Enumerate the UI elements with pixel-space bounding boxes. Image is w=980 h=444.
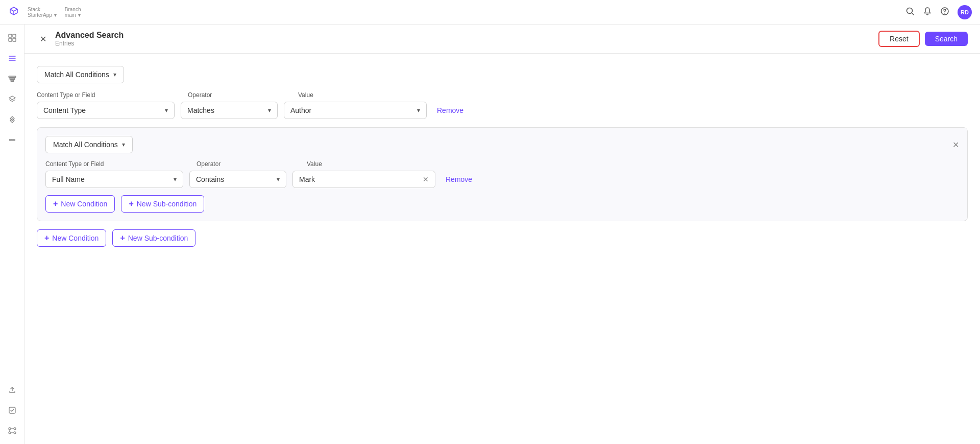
page-title-block: Advanced Search Entries [55,31,124,47]
inner-match-dropdown[interactable]: Match All Conditions ▾ [45,136,133,153]
operator-label: Operator [188,91,290,99]
inner-field-label: Content Type or Field [45,160,188,168]
top-nav-right: RD [905,5,972,19]
sidebar-icon-component[interactable] [3,110,21,129]
app-logo [8,5,19,19]
chevron-down-icon: ▾ [268,107,271,114]
page-header: ✕ Advanced Search Entries Reset Search [24,25,980,54]
svg-rect-4 [9,34,12,37]
page-title: Advanced Search [55,31,124,40]
search-nav-icon[interactable] [905,7,915,18]
top-nav-left: Stack StarterApp ▾ Branch main ▾ [8,5,81,19]
plus-icon: + [44,233,49,243]
sidebar [0,25,24,444]
page-subtitle: Entries [55,40,124,47]
close-sub-condition-button[interactable]: ✕ [952,140,959,150]
inner-action-buttons: + New Condition + New Sub-condition [45,195,959,213]
full-name-field-select[interactable]: Full Name ▾ [45,171,183,188]
outer-condition-row: Content Type ▾ Matches ▾ Author ▾ Remove [37,102,968,119]
close-button[interactable]: ✕ [37,33,49,45]
outer-new-sub-condition-button[interactable]: + New Sub-condition [112,229,195,247]
branch-info: Branch main ▾ [65,7,81,18]
svg-point-24 [9,432,11,434]
page-header-left: ✕ Advanced Search Entries [37,31,124,47]
sidebar-icon-checklist[interactable] [3,401,21,419]
chevron-down-icon: ▾ [277,176,280,183]
svg-point-17 [11,139,13,141]
svg-rect-13 [11,80,14,82]
content-area: Match All Conditions ▾ Content Type or F… [24,54,980,444]
inner-condition-row: Full Name ▾ Contains ▾ ✕ Remove [45,171,959,188]
outer-condition-section: Content Type or Field Operator Value Con… [37,91,968,119]
stack-info: Stack StarterApp ▾ [28,7,57,18]
outer-operator-select[interactable]: Matches ▾ [181,102,278,119]
outer-new-condition-button[interactable]: + New Condition [37,229,106,247]
outer-action-buttons: + New Condition + New Sub-condition [37,229,968,247]
sidebar-icon-workflow[interactable] [3,422,21,440]
layout: ✕ Advanced Search Entries Reset Search M… [0,25,980,444]
svg-point-18 [13,139,15,141]
sidebar-icon-filter[interactable] [3,69,21,88]
svg-point-0 [907,8,913,13]
sidebar-icon-signal[interactable] [3,131,21,149]
condition-labels: Content Type or Field Operator Value [37,91,968,99]
inner-new-sub-condition-button[interactable]: + New Sub-condition [121,195,204,213]
svg-point-23 [14,428,16,430]
chevron-down-icon: ▾ [417,107,420,114]
sub-condition-box: Match All Conditions ▾ ✕ Content Type or… [37,127,968,221]
inner-operator-select[interactable]: Contains ▾ [189,171,286,188]
inner-value-input[interactable] [299,175,423,183]
inner-value-label: Value [307,160,450,168]
svg-rect-6 [9,38,12,41]
outer-match-dropdown[interactable]: Match All Conditions ▾ [37,66,124,83]
header-actions: Reset Search [878,31,968,47]
help-icon[interactable] [940,7,949,18]
chevron-down-icon: ▾ [122,141,125,148]
plus-icon: + [129,199,133,208]
plus-icon: + [120,233,125,243]
sidebar-icon-layers[interactable] [3,90,21,108]
chevron-down-icon: ▾ [165,107,168,114]
inner-condition-labels: Content Type or Field Operator Value [45,160,959,168]
chevron-down-icon: ▾ [174,176,177,183]
svg-rect-11 [9,76,16,78]
reset-button[interactable]: Reset [878,31,920,47]
chevron-down-icon: ▾ [113,71,116,78]
bell-icon[interactable] [923,7,932,18]
inner-remove-link[interactable]: Remove [446,175,472,183]
svg-point-16 [9,139,11,141]
avatar: RD [958,5,972,19]
clear-value-icon[interactable]: ✕ [423,175,429,183]
sidebar-icon-grid[interactable] [3,29,21,47]
sidebar-icon-list[interactable] [3,49,21,67]
content-type-field-select[interactable]: Content Type ▾ [37,102,175,119]
svg-rect-7 [13,38,16,41]
top-nav: Stack StarterApp ▾ Branch main ▾ [0,0,980,25]
value-label: Value [298,91,441,99]
inner-operator-label: Operator [197,160,299,168]
main-content: ✕ Advanced Search Entries Reset Search M… [24,25,980,444]
plus-icon: + [53,199,58,208]
sub-condition-header: Match All Conditions ▾ ✕ [45,136,959,153]
sidebar-icon-upload[interactable] [3,381,21,399]
field-label: Content Type or Field [37,91,180,99]
outer-value-select[interactable]: Author ▾ [284,102,427,119]
svg-point-22 [9,428,11,430]
inner-new-condition-button[interactable]: + New Condition [45,195,115,213]
search-button[interactable]: Search [925,32,968,46]
outer-remove-link[interactable]: Remove [437,106,463,114]
svg-rect-12 [10,78,15,80]
svg-rect-5 [13,34,16,37]
svg-line-1 [912,13,914,15]
svg-point-25 [14,432,16,434]
svg-point-3 [944,13,945,14]
inner-value-input-wrap: ✕ [292,171,435,188]
